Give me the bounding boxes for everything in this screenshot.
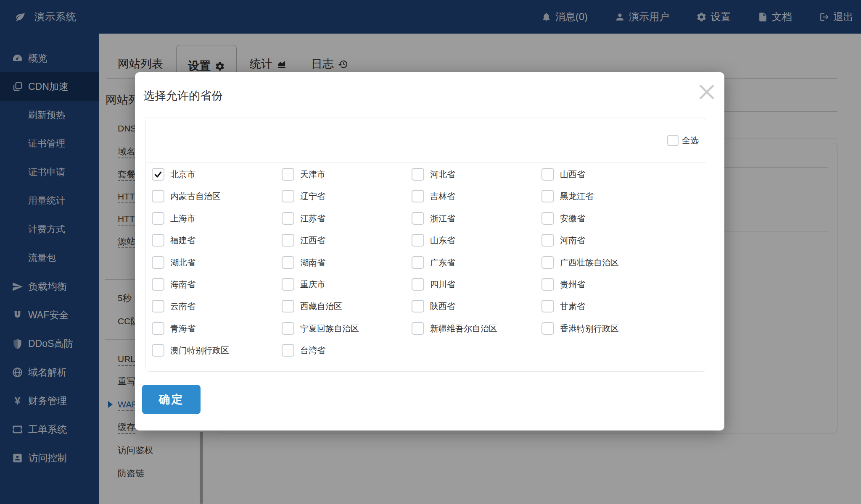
province-option: 甘肃省 xyxy=(541,300,671,322)
province-checkbox[interactable] xyxy=(541,322,554,335)
province-label: 河北省 xyxy=(430,168,455,181)
province-checkbox[interactable] xyxy=(282,212,294,225)
province-checkbox[interactable] xyxy=(541,168,554,181)
province-label: 湖南省 xyxy=(300,256,325,269)
province-option: 香港特别行政区 xyxy=(541,322,671,344)
province-checkbox[interactable] xyxy=(152,256,164,269)
province-checkbox[interactable] xyxy=(412,278,424,291)
province-checkbox[interactable] xyxy=(152,300,164,312)
province-label: 澳门特别行政区 xyxy=(170,344,229,357)
province-checkbox[interactable] xyxy=(541,278,554,291)
province-option: 北京市 xyxy=(152,168,282,190)
province-checkbox[interactable] xyxy=(152,190,164,202)
province-option: 陕西省 xyxy=(412,300,541,322)
province-option: 吉林省 xyxy=(412,190,541,212)
province-checkbox[interactable] xyxy=(541,300,554,312)
province-checkbox[interactable] xyxy=(541,190,554,202)
province-option: 浙江省 xyxy=(412,212,541,234)
province-option: 青海省 xyxy=(152,322,282,344)
province-label: 四川省 xyxy=(430,278,455,291)
province-grid: 北京市天津市河北省山西省内蒙古自治区辽宁省吉林省黑龙江省上海市江苏省浙江省安徽省… xyxy=(152,168,671,366)
province-checkbox[interactable] xyxy=(541,212,554,225)
province-checkbox[interactable] xyxy=(282,256,294,269)
province-label: 海南省 xyxy=(170,278,195,291)
province-label: 江西省 xyxy=(300,234,325,247)
province-checkbox[interactable] xyxy=(412,256,424,269)
province-label: 山西省 xyxy=(560,168,585,181)
province-label: 上海市 xyxy=(170,212,195,225)
province-checkbox[interactable] xyxy=(282,344,294,357)
province-option: 黑龙江省 xyxy=(541,190,671,212)
select-all-row: 全选 xyxy=(146,118,706,163)
province-option: 山东省 xyxy=(412,234,541,256)
province-label: 广西壮族自治区 xyxy=(560,256,619,269)
province-checkbox[interactable] xyxy=(541,256,554,269)
province-label: 内蒙古自治区 xyxy=(170,190,221,202)
province-checkbox[interactable] xyxy=(152,278,164,291)
province-option: 广西壮族自治区 xyxy=(541,256,671,278)
province-box: 全选 北京市天津市河北省山西省内蒙古自治区辽宁省吉林省黑龙江省上海市江苏省浙江省… xyxy=(145,118,706,372)
province-option: 贵州省 xyxy=(541,278,671,300)
province-label: 宁夏回族自治区 xyxy=(300,322,359,335)
province-option: 辽宁省 xyxy=(282,190,412,212)
province-label: 福建省 xyxy=(170,234,195,247)
province-label: 青海省 xyxy=(170,322,195,335)
province-option: 湖北省 xyxy=(152,256,282,278)
province-label: 吉林省 xyxy=(430,190,455,202)
province-option: 安徽省 xyxy=(541,212,671,234)
province-label: 山东省 xyxy=(430,234,455,247)
province-label: 湖北省 xyxy=(170,256,195,269)
province-checkbox[interactable] xyxy=(282,190,294,202)
province-label: 安徽省 xyxy=(560,212,585,225)
province-option: 四川省 xyxy=(412,278,541,300)
province-select-modal: 选择允许的省份 全选 北京市天津市河北省山西省内蒙古自治区辽宁省吉林省黑龙江省上… xyxy=(135,72,724,430)
province-option: 澳门特别行政区 xyxy=(152,344,282,366)
province-label: 甘肃省 xyxy=(560,300,585,312)
province-label: 江苏省 xyxy=(300,212,325,225)
province-label: 西藏自治区 xyxy=(300,300,342,312)
province-option: 新疆维吾尔自治区 xyxy=(412,322,541,344)
province-checkbox[interactable] xyxy=(282,168,294,181)
province-checkbox[interactable] xyxy=(282,300,294,312)
province-checkbox[interactable] xyxy=(282,234,294,247)
province-checkbox[interactable] xyxy=(152,234,164,247)
province-checkbox[interactable] xyxy=(412,190,424,202)
select-all-label: 全选 xyxy=(682,135,699,146)
province-option: 云南省 xyxy=(152,300,282,322)
close-icon[interactable] xyxy=(697,83,716,101)
province-checkbox[interactable] xyxy=(152,212,164,225)
province-label: 陕西省 xyxy=(430,300,455,312)
province-checkbox[interactable] xyxy=(152,322,164,335)
province-option: 江苏省 xyxy=(282,212,412,234)
province-checkbox[interactable] xyxy=(412,234,424,247)
province-checkbox[interactable] xyxy=(282,278,294,291)
province-checkbox[interactable] xyxy=(412,212,424,225)
province-label: 台湾省 xyxy=(300,344,325,357)
province-option: 山西省 xyxy=(541,168,671,190)
province-checkbox[interactable] xyxy=(412,322,424,335)
confirm-button[interactable]: 确定 xyxy=(142,385,201,414)
province-option: 福建省 xyxy=(152,234,282,256)
select-all-checkbox[interactable] xyxy=(667,135,679,146)
province-option: 内蒙古自治区 xyxy=(152,190,282,212)
province-label: 河南省 xyxy=(560,234,585,247)
province-option: 海南省 xyxy=(152,278,282,300)
province-label: 北京市 xyxy=(170,168,195,181)
province-checkbox[interactable] xyxy=(282,322,294,335)
province-checkbox[interactable] xyxy=(541,234,554,247)
province-label: 新疆维吾尔自治区 xyxy=(430,322,497,335)
modal-title: 选择允许的省份 xyxy=(143,88,223,103)
province-checkbox[interactable] xyxy=(152,344,164,357)
province-option: 广东省 xyxy=(412,256,541,278)
province-checkbox[interactable] xyxy=(152,168,164,181)
province-checkbox[interactable] xyxy=(412,300,424,312)
province-option: 宁夏回族自治区 xyxy=(282,322,412,344)
province-checkbox[interactable] xyxy=(412,168,424,181)
province-option: 湖南省 xyxy=(282,256,412,278)
province-label: 辽宁省 xyxy=(300,190,325,202)
province-option: 重庆市 xyxy=(282,278,412,300)
province-label: 广东省 xyxy=(430,256,455,269)
province-option: 上海市 xyxy=(152,212,282,234)
province-option: 台湾省 xyxy=(282,344,412,366)
province-label: 重庆市 xyxy=(300,278,325,291)
